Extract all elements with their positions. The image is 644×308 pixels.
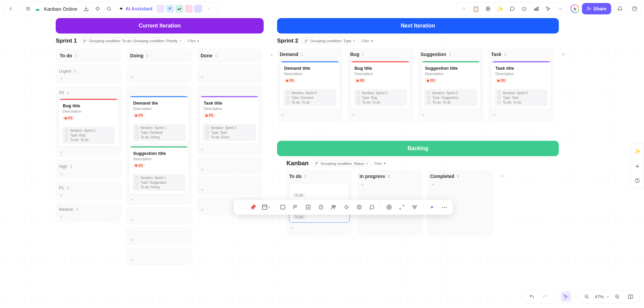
priority-section[interactable]: High0 [58, 162, 119, 170]
chevron-right-icon[interactable] [459, 4, 469, 14]
zoom-in-icon[interactable] [612, 292, 622, 302]
menu-icon[interactable] [23, 4, 33, 14]
kanban-card[interactable]: Task title Description P0 Iteration: Spr… [491, 61, 551, 109]
comment-icon[interactable] [507, 4, 517, 14]
add-card-button[interactable]: + [58, 75, 119, 82]
add-card-button[interactable]: + [199, 186, 260, 194]
priority-section[interactable]: Medium0 [58, 205, 119, 213]
tag-icon[interactable] [93, 4, 103, 14]
add-card-button[interactable]: + [421, 111, 481, 119]
timer-icon[interactable] [519, 4, 529, 14]
kanban-card[interactable]: Demand tile Description P0 Iteration: Sp… [129, 96, 189, 144]
play-icon[interactable] [483, 4, 493, 14]
sprint1-title[interactable]: Sprint 1 [56, 38, 77, 44]
brand-logo[interactable]: b [571, 4, 579, 13]
ai-assistant-button[interactable]: AI Assistant [125, 6, 152, 11]
backlog-grouping-pill[interactable]: Grouping condition: Status▾ [312, 160, 371, 167]
add-card-button[interactable]: + [58, 149, 119, 156]
column-header[interactable]: In progress0 [360, 174, 420, 181]
priority-section[interactable]: Urgent0 [58, 67, 119, 75]
add-card-button[interactable]: + [129, 236, 189, 244]
help-icon[interactable] [629, 3, 641, 15]
sprint2-title[interactable]: Sprint 2 [277, 38, 298, 44]
add-card-button[interactable]: + [199, 146, 260, 153]
square-icon[interactable] [277, 201, 288, 213]
card-heading[interactable] [293, 186, 346, 191]
add-card-button[interactable]: + [350, 111, 411, 119]
floating-toolbar[interactable]: ⋮⋮ 📌 ▾ ✦ ⋯ [233, 199, 453, 215]
collab-chip-3[interactable]: ⮐ [175, 5, 183, 13]
checkbox-icon[interactable] [303, 201, 314, 213]
kanban-card[interactable]: Bug title Description P0 Iteration: Spri… [58, 99, 119, 147]
kanban-card[interactable]: Suggestion title Description P0 Iteratio… [129, 146, 189, 194]
column-header[interactable]: Bug1 [350, 52, 411, 59]
expand-icon[interactable] [396, 201, 408, 213]
backlog-filter[interactable]: Filter▾ [374, 161, 386, 166]
collab-chip-1[interactable] [157, 5, 165, 13]
column-header[interactable]: Completed0 [430, 174, 490, 181]
collab-more-chevron[interactable] [204, 4, 214, 14]
sparkle-icon[interactable]: ✨ [495, 4, 505, 14]
column-header[interactable]: Demand1 [280, 52, 340, 59]
add-column-button[interactable]: + [267, 50, 276, 60]
undo-icon[interactable] [527, 292, 537, 302]
kanban-card[interactable]: Task title Description P0 Iteration: Spr… [199, 96, 260, 144]
flag-icon[interactable] [290, 201, 301, 213]
sprint2-grouping-pill[interactable]: Grouping condition: Type▾ [302, 38, 358, 44]
add-card-button[interactable]: + [58, 170, 119, 178]
doc-title[interactable]: Kanban Online [41, 6, 80, 12]
add-card-button[interactable]: + [289, 225, 350, 232]
add-column-button[interactable]: + [498, 172, 507, 181]
priority-section[interactable]: P10 [58, 184, 119, 192]
kanban-card[interactable]: Suggestion title Description P0 Iteratio… [421, 61, 481, 109]
kanban-card[interactable]: Bug title Description P0 Iteration: Spri… [350, 61, 411, 109]
collab-chip-4[interactable] [185, 5, 193, 13]
settings-icon[interactable] [383, 201, 395, 213]
collab-chip-2[interactable]: P [166, 5, 174, 13]
fit-icon[interactable] [626, 292, 636, 302]
drag-handle-icon[interactable]: ⋮⋮ [236, 205, 246, 209]
column-header[interactable]: To do1 [58, 52, 119, 61]
back-button[interactable] [6, 4, 16, 14]
sprint1-filter[interactable]: Filter▾ [188, 39, 199, 43]
zoom-level[interactable]: 67% [595, 294, 604, 299]
collab-chip-5[interactable] [194, 5, 202, 13]
cursor-icon[interactable] [543, 4, 553, 14]
column-header[interactable]: Doing2 [129, 52, 189, 61]
column-header[interactable]: Task1 [491, 52, 551, 59]
clipboard-icon[interactable]: 📋 [471, 4, 481, 14]
search-icon[interactable] [104, 4, 114, 14]
chart-icon[interactable] [531, 4, 541, 14]
add-card-button[interactable]: + [199, 74, 260, 81]
next-iteration-banner[interactable]: Next Iteration [277, 18, 559, 34]
chat-icon[interactable] [366, 201, 378, 213]
add-card-button[interactable]: + [491, 111, 551, 119]
kanban-card[interactable]: Demand title Description P0 Iteration: S… [280, 61, 340, 109]
ai-icon[interactable]: ✦ [426, 201, 437, 213]
zoom-out-icon[interactable] [582, 292, 592, 302]
backlog-banner[interactable]: Backlog [277, 141, 559, 156]
plus-icon[interactable]: ＋ [632, 161, 642, 171]
current-iteration-banner[interactable]: Current Iteration [56, 18, 264, 34]
more-icon[interactable]: ⋯ [439, 201, 450, 213]
sprint2-filter[interactable]: Filter▾ [361, 39, 373, 43]
add-card-button[interactable]: + [280, 111, 340, 119]
sprint1-grouping-pill[interactable]: Grouping condition: To-do; Grouping cond… [80, 38, 184, 44]
magic-wand-icon[interactable]: ✨ [632, 146, 642, 156]
backlog-card[interactable]: To do [289, 183, 350, 201]
redo-icon[interactable] [540, 292, 550, 302]
share-button[interactable]: Share [582, 3, 611, 14]
column-header[interactable]: Done1 [199, 52, 260, 61]
add-card-button[interactable]: + [58, 192, 119, 199]
clock-icon[interactable] [315, 201, 327, 213]
add-card-button[interactable]: + [58, 213, 119, 221]
column-header[interactable]: Suggestion1 [421, 52, 481, 59]
add-card-button[interactable]: + [430, 181, 490, 188]
add-card-button[interactable]: + [360, 181, 420, 188]
add-card-button[interactable]: + [129, 256, 189, 264]
label-icon[interactable] [341, 201, 352, 213]
more-chevron-icon[interactable] [555, 4, 566, 14]
emoji-icon[interactable] [354, 201, 365, 213]
info-icon[interactable] [632, 176, 642, 186]
people-icon[interactable] [328, 201, 339, 213]
